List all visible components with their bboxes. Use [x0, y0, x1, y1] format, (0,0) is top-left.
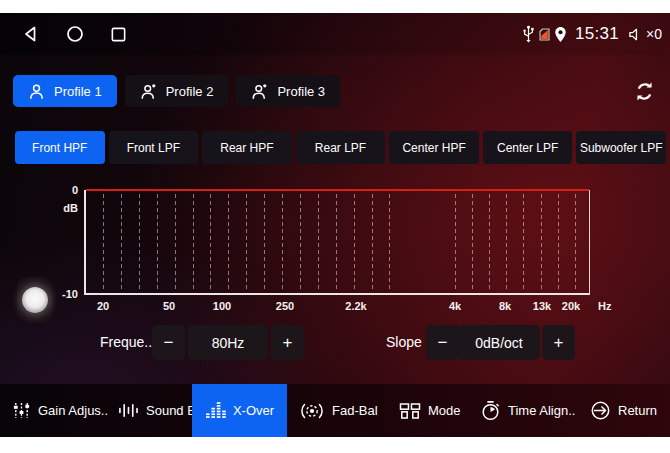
x-tick-label: 8k	[499, 300, 511, 312]
gridline	[228, 194, 229, 292]
volume-knob[interactable]	[17, 277, 53, 323]
bottom-nav-bar: Gain Adjus..Sound Effe..X-OverFad-BalMod…	[0, 384, 670, 437]
x-axis-unit: Hz	[598, 300, 611, 312]
gridline	[246, 194, 247, 292]
nav-time-align[interactable]: Time Align..	[480, 384, 575, 437]
filter-tab-center-lpf[interactable]: Center LPF	[483, 131, 573, 164]
y-tick-zero: 0	[50, 184, 78, 196]
y-axis-unit: dB	[50, 202, 78, 214]
profile-tab-label: Profile 1	[54, 84, 102, 99]
person-badge-icon	[140, 83, 157, 100]
nav-label: X-Over	[233, 403, 274, 418]
filter-tab-label: Front HPF	[32, 141, 87, 155]
nav-mode[interactable]: Mode	[399, 384, 461, 437]
frequency-minus-button[interactable]: −	[152, 325, 185, 360]
reset-button[interactable]	[631, 78, 657, 104]
slope-minus-button[interactable]: −	[426, 325, 459, 360]
recents-icon[interactable]	[110, 25, 127, 43]
filter-tab-label: Front LPF	[127, 141, 180, 155]
filter-tab-subwoofer-lpf[interactable]: Subwoofer LPF	[576, 131, 666, 164]
profile-tabs: Profile 1Profile 2Profile 3	[13, 75, 340, 107]
nav-label: Gain Adjus..	[38, 403, 108, 418]
profile-tab-3[interactable]: Profile 3	[236, 75, 340, 107]
filter-tab-label: Center LPF	[497, 141, 558, 155]
filter-tab-rear-hpf[interactable]: Rear HPF	[202, 131, 292, 164]
filter-tab-label: Rear HPF	[220, 141, 273, 155]
profile-tab-1[interactable]: Profile 1	[13, 75, 117, 107]
frequency-value: 80Hz	[188, 325, 268, 360]
nav-return[interactable]: Return	[590, 384, 657, 437]
filter-tab-front-lpf[interactable]: Front LPF	[109, 131, 199, 164]
sync-icon	[632, 79, 657, 104]
gridline	[300, 194, 301, 292]
gridline	[541, 194, 542, 292]
profile-tab-label: Profile 2	[166, 84, 214, 99]
nav-label: Fad-Bal	[332, 403, 378, 418]
filter-tab-label: Rear LPF	[315, 141, 366, 155]
slope-label: Slope	[386, 325, 422, 360]
gridline	[282, 194, 283, 292]
x-tick-label: 250	[276, 300, 294, 312]
x-tick-label: 13k	[533, 300, 551, 312]
profile-tab-2[interactable]: Profile 2	[125, 75, 229, 107]
gridline	[523, 194, 524, 292]
android-nav-buttons	[22, 25, 127, 43]
status-indicators: 15:31 ×0	[522, 13, 662, 55]
nav-label: Time Align..	[508, 403, 575, 418]
gain-adjust-icon	[12, 401, 31, 420]
gridline	[506, 194, 507, 292]
frequency-label: Freque..	[100, 325, 152, 360]
nav-fad-bal[interactable]: Fad-Bal	[299, 384, 378, 437]
gridline	[389, 194, 390, 292]
slope-plus-button[interactable]: +	[542, 325, 575, 360]
nav-x-over[interactable]: X-Over	[192, 384, 287, 437]
gridline	[354, 194, 355, 292]
nav-gain-adjus[interactable]: Gain Adjus..	[12, 384, 108, 437]
frequency-plus-button[interactable]: +	[271, 325, 304, 360]
y-tick-minus10: -10	[50, 288, 78, 300]
sound-effects-icon	[117, 401, 139, 420]
gridline	[558, 194, 559, 292]
head-unit-screenshot: 15:31 ×0 Profile 1Profile 2Profile 3 Fro…	[0, 0, 670, 453]
gridline	[472, 194, 473, 292]
gridline	[372, 194, 373, 292]
filter-tab-rear-lpf[interactable]: Rear LPF	[296, 131, 386, 164]
mode-icon	[399, 401, 421, 421]
gridline	[489, 194, 490, 292]
x-tick-label: 100	[213, 300, 231, 312]
back-icon[interactable]	[22, 25, 40, 43]
gridline	[157, 194, 158, 292]
gridline	[455, 194, 456, 292]
time-align-icon	[480, 400, 501, 421]
response-curve	[86, 189, 589, 191]
usb-icon	[522, 25, 535, 43]
gridline	[139, 194, 140, 292]
filter-tab-label: Center HPF	[402, 141, 465, 155]
x-tick-label: 20k	[562, 300, 580, 312]
no-sim-icon	[539, 28, 550, 41]
x-tick-label: 2.2k	[345, 300, 366, 312]
nav-label: Return	[618, 403, 657, 418]
filter-tab-center-hpf[interactable]: Center HPF	[389, 131, 479, 164]
location-icon	[554, 26, 567, 43]
home-icon[interactable]	[66, 25, 84, 43]
gridline	[121, 194, 122, 292]
slope-value: 0dB/oct	[458, 325, 540, 360]
filter-tab-label: Subwoofer LPF	[580, 141, 663, 155]
plot-area	[84, 190, 590, 295]
status-time: 15:31	[575, 24, 619, 44]
nav-label: Mode	[428, 403, 461, 418]
volume-level: ×0	[646, 26, 662, 42]
knob-indicator	[22, 287, 48, 313]
volume-muted-icon	[628, 27, 643, 42]
screen: 15:31 ×0 Profile 1Profile 2Profile 3 Fro…	[0, 13, 670, 437]
x-tick-label: 50	[163, 300, 175, 312]
gridline	[336, 194, 337, 292]
fad-bal-icon	[299, 401, 325, 421]
gridline	[210, 194, 211, 292]
status-bar: 15:31 ×0	[0, 13, 670, 55]
x-tick-label: 4k	[449, 300, 461, 312]
gridline	[103, 194, 104, 292]
filter-tab-front-hpf[interactable]: Front HPF	[15, 131, 105, 164]
crossover-controls: Freque.. − 80Hz + Slope − 0dB/oct +	[0, 325, 670, 361]
